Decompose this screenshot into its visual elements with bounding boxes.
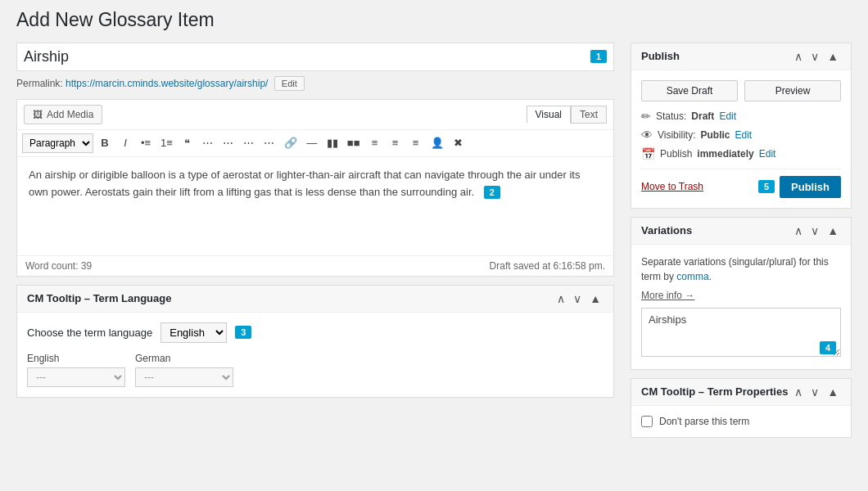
toolbar-extra-1[interactable]: ▮▮ (323, 134, 341, 152)
publish-time-edit-link[interactable]: Edit (759, 148, 776, 160)
variations-collapse-up[interactable]: ∧ (792, 224, 805, 237)
permalink-url[interactable]: https://marcin.cminds.website/glossary/a… (66, 78, 268, 89)
bold-button[interactable]: B (96, 134, 114, 152)
italic-button[interactable]: I (116, 134, 134, 152)
dont-parse-checkbox[interactable] (641, 416, 653, 427)
toolbar-extra-3[interactable]: ≡ (366, 134, 384, 152)
title-box: 1 (16, 43, 614, 71)
publish-collapse-up[interactable]: ∧ (792, 50, 805, 63)
term-properties-body: Don't parse this term (631, 406, 851, 437)
term-properties-collapse-down[interactable]: ∨ (808, 385, 821, 399)
publish-badge: 5 (758, 180, 775, 193)
format-select[interactable]: Paragraph (22, 133, 93, 153)
publish-title: Publish (641, 50, 792, 62)
word-count-value: 39 (81, 260, 92, 272)
align-right-button[interactable]: ⋯ (240, 134, 258, 152)
calendar-icon: 📅 (641, 147, 655, 160)
preview-button[interactable]: Preview (744, 80, 841, 101)
add-media-label: Add Media (47, 109, 93, 120)
comma-link[interactable]: comma (676, 271, 708, 282)
title-input[interactable] (24, 48, 584, 65)
term-language-title: CM Tooltip – Term Language (27, 292, 554, 304)
editor-footer: Word count: 39 Draft saved at 6:16:58 pm… (17, 255, 613, 276)
choose-language-label: Choose the term language (27, 327, 152, 339)
german-group: German --- (135, 353, 233, 387)
variations-textarea[interactable]: Airships (641, 308, 841, 357)
eye-icon: 👁 (641, 128, 653, 142)
metabox-close[interactable]: ▲ (587, 292, 604, 305)
tab-visual[interactable]: Visual (527, 106, 571, 124)
variations-box: Variations ∧ ∨ ▲ Separate variations (si… (631, 217, 852, 370)
term-language-header: CM Tooltip – Term Language ∧ ∨ ▲ (17, 286, 613, 313)
variations-close[interactable]: ▲ (825, 224, 841, 237)
variations-header: Variations ∧ ∨ ▲ (631, 218, 851, 245)
term-properties-close[interactable]: ▲ (825, 385, 841, 399)
align-justify-button[interactable]: ⋯ (260, 134, 278, 152)
publish-close[interactable]: ▲ (825, 50, 841, 63)
draft-saved: Draft saved at 6:16:58 pm. (490, 260, 605, 272)
permalink-edit-button[interactable]: Edit (274, 76, 305, 91)
publish-time: immediately (697, 148, 753, 160)
german-label: German (135, 353, 233, 364)
unordered-list-button[interactable]: •≡ (137, 134, 155, 152)
german-select[interactable]: --- (135, 367, 233, 387)
variations-body: Separate variations (singular/plural) fo… (631, 245, 851, 369)
move-to-trash-button[interactable]: Move to Trash (641, 181, 703, 192)
permalink-label: Permalink: (16, 78, 63, 89)
add-media-button[interactable]: 🖼 Add Media (24, 105, 102, 124)
status-value: Draft (691, 110, 714, 122)
visual-text-tabs: Visual Text (527, 106, 607, 124)
term-properties-box: CM Tooltip – Term Properties ∧ ∨ ▲ Don't… (631, 378, 852, 438)
term-properties-collapse-up[interactable]: ∧ (792, 385, 805, 399)
editor-toolbar: Paragraph B I •≡ 1≡ ❝ ⋯ ⋯ ⋯ ⋯ 🔗 — ▮▮ ■■ … (17, 130, 613, 157)
more-button[interactable]: — (303, 134, 321, 152)
visibility-edit-link[interactable]: Edit (735, 129, 752, 141)
english-label: English (27, 353, 125, 364)
publish-buttons: Save Draft Preview (641, 80, 841, 101)
page-title: Add New Glossary Item (16, 8, 852, 33)
permalink-row: Permalink: https://marcin.cminds.website… (16, 76, 614, 91)
link-button[interactable]: 🔗 (281, 134, 301, 152)
english-group: English --- (27, 353, 125, 387)
publish-collapse-down[interactable]: ∨ (808, 50, 821, 63)
editor-content[interactable]: An airship or dirigible balloon is a typ… (17, 157, 613, 255)
tab-text[interactable]: Text (571, 106, 607, 124)
metabox-collapse-up[interactable]: ∧ (554, 292, 567, 305)
visibility-row: 👁 Visibility: Public Edit (641, 128, 841, 142)
align-left-button[interactable]: ⋯ (199, 134, 217, 152)
publish-controls: ∧ ∨ ▲ (792, 50, 841, 63)
dont-parse-row: Don't parse this term (641, 416, 841, 427)
english-select[interactable]: --- (27, 367, 125, 387)
blockquote-button[interactable]: ❝ (179, 134, 197, 152)
metabox-collapse-down[interactable]: ∨ (571, 292, 584, 305)
title-badge: 1 (590, 50, 607, 63)
align-center-button[interactable]: ⋯ (219, 134, 237, 152)
variations-badge: 4 (820, 341, 836, 354)
term-language-row: Choose the term language English German … (27, 322, 604, 343)
more-info-link[interactable]: More info → (641, 290, 694, 301)
toolbar-extra-5[interactable]: ≡ (407, 134, 425, 152)
publish-header: Publish ∧ ∨ ▲ (631, 43, 851, 70)
fullscreen-button[interactable]: ✖ (450, 134, 468, 152)
status-row: ✏ Status: Draft Edit (641, 110, 841, 123)
variations-collapse-down[interactable]: ∨ (808, 224, 821, 237)
publish-label: Publish (660, 148, 692, 160)
status-label: Status: (656, 110, 686, 122)
image-icon: 🖼 (33, 109, 43, 120)
variations-controls: ∧ ∨ ▲ (792, 224, 841, 237)
publish-button[interactable]: Publish (780, 176, 841, 198)
variations-desc: Separate variations (singular/plural) fo… (641, 255, 841, 284)
editor-box: 🖼 Add Media Visual Text Paragraph B I (16, 99, 614, 277)
visibility-value: Public (700, 129, 730, 141)
publish-right: 5 Publish (758, 176, 841, 198)
language-select[interactable]: English German French (160, 322, 227, 343)
variations-textarea-wrapper: Airships 4 (641, 308, 841, 359)
ordered-list-button[interactable]: 1≡ (157, 134, 176, 152)
content-badge: 2 (484, 186, 500, 199)
toolbar-extra-2[interactable]: ■■ (344, 134, 364, 152)
status-edit-link[interactable]: Edit (719, 110, 736, 122)
save-draft-button[interactable]: Save Draft (641, 80, 738, 101)
toolbar-extra-6[interactable]: 👤 (427, 134, 447, 152)
publish-body: Save Draft Preview ✏ Status: Draft Edit … (631, 70, 851, 208)
toolbar-extra-4[interactable]: ≡ (387, 134, 405, 152)
